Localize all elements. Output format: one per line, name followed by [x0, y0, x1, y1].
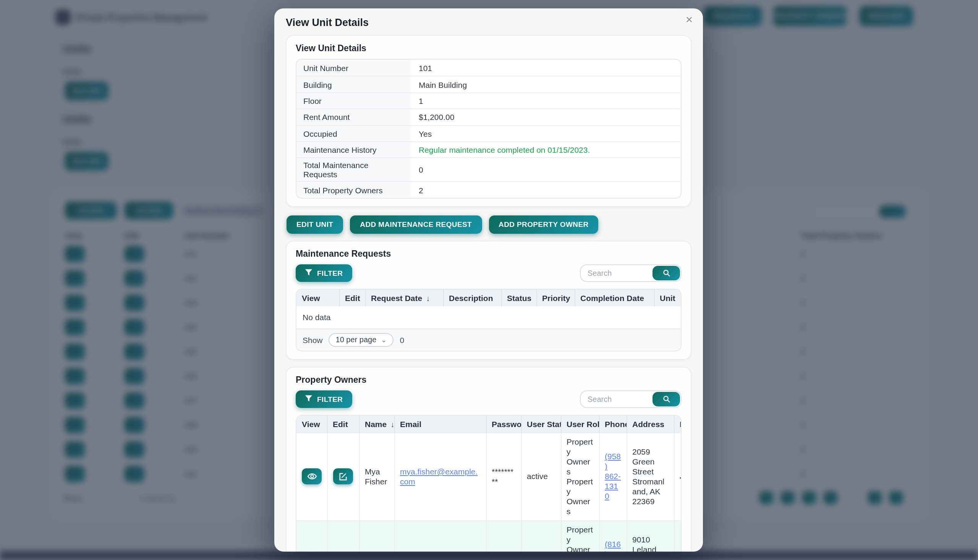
col-name[interactable]: Name↓ [359, 415, 394, 432]
unit-details-card: View Unit Details Unit Number101 Buildin… [286, 35, 691, 207]
detail-row: Unit Number101 [297, 60, 681, 76]
detail-value: Main Building [411, 78, 681, 91]
owner-address: 2059 Green Street Stromanland, AK 22369 [626, 432, 674, 520]
col-description: Description [443, 289, 501, 306]
modal-title: View Unit Details [286, 17, 691, 28]
owner-notes: J r w p [674, 520, 681, 552]
detail-value: Yes [411, 127, 681, 140]
owner-roles: Property Owners Property Owners [561, 432, 599, 520]
detail-label: Total Maintenance Requests [297, 158, 411, 182]
per-page-select[interactable]: 10 per page⌄ [329, 333, 394, 347]
chevron-down-icon: ⌄ [381, 337, 387, 342]
maintenance-search-button[interactable] [653, 265, 680, 280]
owner-phone-link[interactable]: (958) 862-1310 [605, 452, 621, 500]
detail-value: 1 [411, 94, 681, 108]
maintenance-table: View Edit Request Date↓ Description Stat… [296, 288, 681, 351]
close-icon[interactable]: ✕ [685, 15, 693, 25]
col-address: Address [626, 415, 674, 432]
col-unit: Unit [654, 289, 681, 306]
owner-notes: J t c v [674, 432, 681, 520]
detail-label: Rent Amount [297, 109, 411, 125]
unit-details-heading: View Unit Details [296, 43, 681, 53]
owner-name: Tad Rowe [359, 520, 394, 552]
detail-value: 2 [411, 183, 681, 197]
search-icon [662, 395, 670, 403]
sort-desc-icon: ↓ [426, 294, 430, 302]
edit-owner-button[interactable] [333, 468, 353, 484]
owner-status: active [521, 432, 561, 520]
view-unit-details-modal: View Unit Details ✕ View Unit Details Un… [274, 8, 703, 552]
detail-value-maintenance-history: Regular maintenance completed on 01/15/2… [411, 143, 681, 157]
sort-desc-icon: ↓ [390, 420, 394, 428]
col-request-date[interactable]: Request Date↓ [365, 289, 443, 306]
col-view: View [297, 415, 327, 432]
owner-status: active [521, 520, 561, 552]
owner-row: Tad Rowe tad_rowe13@example.com ********… [297, 520, 681, 552]
detail-row: Floor1 [297, 92, 681, 109]
owners-search [580, 390, 681, 408]
detail-label: Floor [297, 93, 411, 109]
col-edit: Edit [327, 415, 359, 432]
total-count: 0 [400, 335, 404, 344]
owner-phone-link[interactable]: (816) 296-6280 [605, 539, 621, 552]
col-password: Password [486, 415, 521, 432]
maintenance-requests-card: Maintenance Requests FILTER [286, 240, 691, 360]
unit-details-table: Unit Number101 BuildingMain Building Flo… [296, 59, 681, 198]
maintenance-search [580, 264, 681, 282]
edit-pencil-icon [338, 472, 347, 481]
funnel-icon [305, 395, 313, 403]
edit-unit-button[interactable]: EDIT UNIT [287, 215, 343, 233]
add-property-owner-button[interactable]: ADD PROPERTY OWNER [489, 215, 599, 233]
eye-icon [307, 472, 317, 480]
detail-value: 0 [411, 163, 681, 177]
detail-row: Rent Amount$1,200.00 [297, 108, 681, 125]
search-icon [662, 268, 670, 277]
owner-roles: Property Owners Property Owners [561, 520, 599, 552]
detail-label: Building [297, 77, 411, 92]
owner-password: ********* [486, 520, 521, 552]
col-notes: Notes [674, 415, 681, 432]
detail-label: Maintenance History [297, 142, 411, 158]
owner-password: ********* [486, 432, 521, 520]
show-label: Show [303, 335, 323, 344]
owner-row: Mya Fisher mya.fisher@example.com ******… [297, 432, 681, 520]
maintenance-table-footer: Show 10 per page⌄ 0 [297, 328, 681, 350]
owner-address: 9010 Leland Rue Fort Oliverberg, CA 9535 [626, 520, 674, 552]
owner-name: Mya Fisher [359, 432, 394, 520]
col-priority: Priority [536, 289, 575, 306]
detail-label: Total Property Owners [297, 182, 411, 198]
view-owner-button[interactable] [302, 468, 322, 484]
detail-row: BuildingMain Building [297, 76, 681, 92]
maintenance-requests-heading: Maintenance Requests [296, 249, 681, 258]
property-owners-heading: Property Owners [296, 375, 681, 384]
detail-value: $1,200.00 [411, 110, 681, 124]
detail-label: Occupied [297, 126, 411, 141]
detail-value: 101 [411, 61, 681, 75]
col-email: Email [394, 415, 486, 432]
filter-label: FILTER [317, 268, 343, 277]
owners-search-button[interactable] [653, 392, 680, 406]
col-user-roles: User Roles [561, 415, 599, 432]
add-maintenance-request-button[interactable]: ADD MAINTENANCE REQUEST [350, 215, 482, 233]
owners-table: View Edit Name↓ Email Password User Stat… [296, 415, 681, 552]
col-phone: Phone [599, 415, 626, 432]
no-data-message: No data [297, 306, 681, 328]
detail-row: OccupiedYes [297, 125, 681, 141]
col-user-status: User Status [521, 415, 561, 432]
maintenance-filter-button[interactable]: FILTER [296, 264, 352, 282]
modal-actions: EDIT UNIT ADD MAINTENANCE REQUEST ADD PR… [287, 215, 691, 233]
screen: Private Properties Management REQUESTS P… [0, 0, 978, 560]
col-view: View [297, 289, 339, 306]
col-edit: Edit [339, 289, 365, 306]
owners-filter-button[interactable]: FILTER [296, 390, 352, 408]
col-status: Status [501, 289, 536, 306]
funnel-icon [305, 269, 313, 277]
owner-email-link[interactable]: mya.fisher@example.com [400, 467, 478, 485]
detail-row: Total Maintenance Requests0 [297, 158, 681, 182]
property-owners-card: Property Owners FILTER [286, 366, 691, 552]
detail-label: Unit Number [297, 60, 411, 76]
detail-row: Total Property Owners2 [297, 182, 681, 198]
detail-row: Maintenance HistoryRegular maintenance c… [297, 141, 681, 158]
filter-label: FILTER [317, 395, 343, 403]
col-completion-date: Completion Date [575, 289, 654, 306]
